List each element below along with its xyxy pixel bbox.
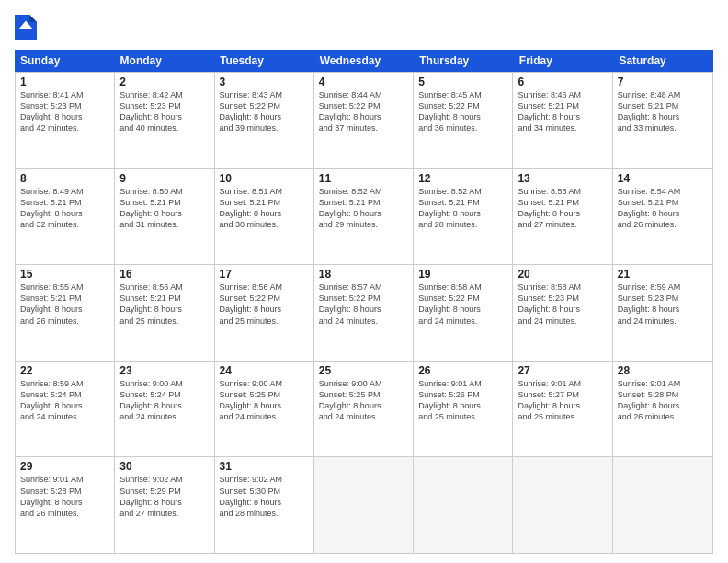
day-info: Sunrise: 8:43 AM Sunset: 5:22 PM Dayligh… [220,89,309,134]
day-number: 13 [518,172,607,185]
day-cell: 31Sunrise: 9:02 AM Sunset: 5:30 PM Dayli… [215,457,314,553]
day-number: 18 [319,268,408,281]
day-cell: 24Sunrise: 9:00 AM Sunset: 5:25 PM Dayli… [215,362,314,457]
logo-icon [15,15,37,40]
day-cell: 22Sunrise: 8:59 AM Sunset: 5:24 PM Dayli… [16,362,115,457]
day-cell: 8Sunrise: 8:49 AM Sunset: 5:21 PM Daylig… [16,169,115,265]
day-number: 28 [618,364,708,377]
day-number: 8 [20,172,109,185]
day-info: Sunrise: 8:53 AM Sunset: 5:21 PM Dayligh… [518,186,607,231]
day-cell: 12Sunrise: 8:52 AM Sunset: 5:21 PM Dayli… [414,169,513,265]
day-cell [613,457,712,553]
calendar-header: SundayMondayTuesdayWednesdayThursdayFrid… [15,50,713,72]
day-number: 14 [618,172,708,185]
day-number: 26 [418,364,507,377]
day-number: 31 [220,460,309,473]
day-info: Sunrise: 9:01 AM Sunset: 5:28 PM Dayligh… [20,474,109,519]
day-number: 22 [20,364,109,377]
day-header-thursday: Thursday [414,50,514,72]
day-info: Sunrise: 9:00 AM Sunset: 5:25 PM Dayligh… [220,378,309,423]
day-info: Sunrise: 8:52 AM Sunset: 5:21 PM Dayligh… [319,186,408,231]
day-number: 11 [319,172,408,185]
day-info: Sunrise: 8:58 AM Sunset: 5:22 PM Dayligh… [418,282,507,327]
day-info: Sunrise: 8:56 AM Sunset: 5:22 PM Dayligh… [220,282,309,327]
day-info: Sunrise: 8:44 AM Sunset: 5:22 PM Dayligh… [319,89,408,134]
day-cell [314,457,414,553]
day-info: Sunrise: 8:49 AM Sunset: 5:21 PM Dayligh… [20,186,109,231]
day-info: Sunrise: 9:02 AM Sunset: 5:29 PM Dayligh… [119,474,209,519]
calendar-body: 1Sunrise: 8:41 AM Sunset: 5:23 PM Daylig… [15,72,713,554]
day-cell [414,457,513,553]
day-cell: 5Sunrise: 8:45 AM Sunset: 5:22 PM Daylig… [414,73,513,168]
day-info: Sunrise: 8:50 AM Sunset: 5:21 PM Dayligh… [119,186,209,231]
day-number: 7 [618,75,708,88]
day-info: Sunrise: 8:57 AM Sunset: 5:22 PM Dayligh… [319,282,408,327]
day-number: 29 [20,460,109,473]
day-number: 23 [119,364,209,377]
day-info: Sunrise: 9:01 AM Sunset: 5:26 PM Dayligh… [418,378,507,423]
day-info: Sunrise: 8:52 AM Sunset: 5:21 PM Dayligh… [418,186,507,231]
day-cell: 26Sunrise: 9:01 AM Sunset: 5:26 PM Dayli… [414,362,513,457]
logo [15,15,40,40]
day-cell: 27Sunrise: 9:01 AM Sunset: 5:27 PM Dayli… [513,362,612,457]
day-info: Sunrise: 8:48 AM Sunset: 5:21 PM Dayligh… [618,89,708,134]
day-cell: 3Sunrise: 8:43 AM Sunset: 5:22 PM Daylig… [215,73,314,168]
day-info: Sunrise: 8:58 AM Sunset: 5:23 PM Dayligh… [518,282,607,327]
day-cell: 13Sunrise: 8:53 AM Sunset: 5:21 PM Dayli… [513,169,612,265]
week-row-3: 15Sunrise: 8:55 AM Sunset: 5:21 PM Dayli… [16,264,712,361]
day-number: 17 [220,268,309,281]
day-cell: 21Sunrise: 8:59 AM Sunset: 5:23 PM Dayli… [613,265,712,361]
day-info: Sunrise: 9:01 AM Sunset: 5:27 PM Dayligh… [518,378,607,423]
day-cell: 4Sunrise: 8:44 AM Sunset: 5:22 PM Daylig… [314,73,414,168]
week-row-4: 22Sunrise: 8:59 AM Sunset: 5:24 PM Dayli… [16,361,712,457]
day-number: 4 [319,75,408,88]
day-cell: 16Sunrise: 8:56 AM Sunset: 5:21 PM Dayli… [115,265,214,361]
day-number: 3 [220,75,309,88]
day-cell: 20Sunrise: 8:58 AM Sunset: 5:23 PM Dayli… [513,265,612,361]
day-info: Sunrise: 8:51 AM Sunset: 5:21 PM Dayligh… [220,186,309,231]
day-info: Sunrise: 8:46 AM Sunset: 5:21 PM Dayligh… [518,89,607,134]
day-cell: 9Sunrise: 8:50 AM Sunset: 5:21 PM Daylig… [115,169,214,265]
day-cell: 1Sunrise: 8:41 AM Sunset: 5:23 PM Daylig… [16,73,115,168]
day-header-wednesday: Wednesday [314,50,415,72]
day-info: Sunrise: 8:41 AM Sunset: 5:23 PM Dayligh… [20,89,109,134]
day-info: Sunrise: 8:59 AM Sunset: 5:23 PM Dayligh… [618,282,708,327]
day-info: Sunrise: 8:42 AM Sunset: 5:23 PM Dayligh… [119,89,209,134]
day-number: 20 [518,268,607,281]
day-cell: 30Sunrise: 9:02 AM Sunset: 5:29 PM Dayli… [115,457,214,553]
day-number: 15 [20,268,109,281]
day-cell: 28Sunrise: 9:01 AM Sunset: 5:28 PM Dayli… [613,362,712,457]
day-info: Sunrise: 9:01 AM Sunset: 5:28 PM Dayligh… [618,378,708,423]
day-info: Sunrise: 8:56 AM Sunset: 5:21 PM Dayligh… [119,282,209,327]
day-cell: 25Sunrise: 9:00 AM Sunset: 5:25 PM Dayli… [314,362,414,457]
day-cell: 6Sunrise: 8:46 AM Sunset: 5:21 PM Daylig… [513,73,612,168]
day-cell: 18Sunrise: 8:57 AM Sunset: 5:22 PM Dayli… [314,265,414,361]
day-header-tuesday: Tuesday [214,50,314,72]
day-cell: 10Sunrise: 8:51 AM Sunset: 5:21 PM Dayli… [215,169,314,265]
day-number: 25 [319,364,408,377]
day-header-sunday: Sunday [15,50,115,72]
week-row-1: 1Sunrise: 8:41 AM Sunset: 5:23 PM Daylig… [16,72,712,168]
day-number: 10 [220,172,309,185]
day-number: 9 [119,172,209,185]
day-number: 21 [618,268,708,281]
day-cell: 29Sunrise: 9:01 AM Sunset: 5:28 PM Dayli… [16,457,115,553]
day-number: 12 [418,172,507,185]
day-info: Sunrise: 9:02 AM Sunset: 5:30 PM Dayligh… [220,474,309,519]
day-cell: 15Sunrise: 8:55 AM Sunset: 5:21 PM Dayli… [16,265,115,361]
day-info: Sunrise: 8:45 AM Sunset: 5:22 PM Dayligh… [418,89,507,134]
day-number: 1 [20,75,109,88]
day-info: Sunrise: 8:59 AM Sunset: 5:24 PM Dayligh… [20,378,109,423]
week-row-2: 8Sunrise: 8:49 AM Sunset: 5:21 PM Daylig… [16,168,712,265]
header [15,15,713,40]
page-container: SundayMondayTuesdayWednesdayThursdayFrid… [0,0,728,563]
day-number: 16 [119,268,209,281]
week-row-5: 29Sunrise: 9:01 AM Sunset: 5:28 PM Dayli… [16,456,712,553]
day-cell: 23Sunrise: 9:00 AM Sunset: 5:24 PM Dayli… [115,362,214,457]
day-number: 6 [518,75,607,88]
day-number: 5 [418,75,507,88]
day-number: 24 [220,364,309,377]
day-cell: 11Sunrise: 8:52 AM Sunset: 5:21 PM Dayli… [314,169,414,265]
calendar: SundayMondayTuesdayWednesdayThursdayFrid… [15,50,713,554]
day-number: 19 [418,268,507,281]
